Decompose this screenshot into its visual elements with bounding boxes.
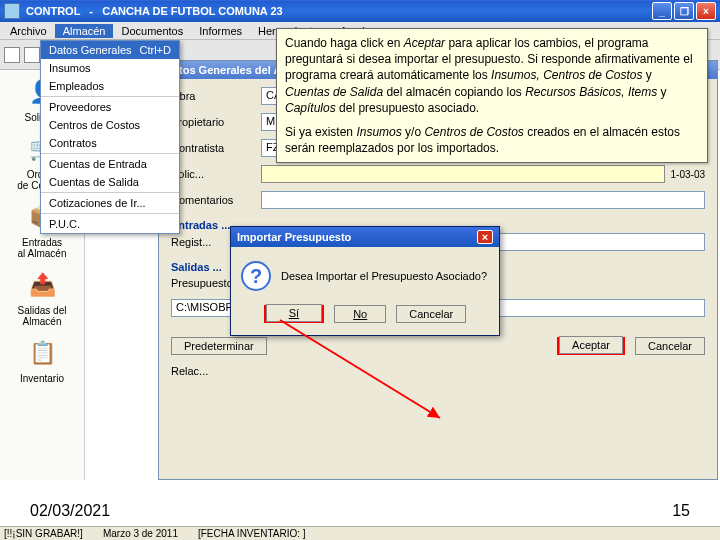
solic-label: Solic... [171, 168, 261, 180]
dialog-cancelar-button[interactable]: Cancelar [396, 305, 466, 323]
predeterminar-button[interactable]: Predeterminar [171, 337, 267, 355]
status-bar: [!!¡SIN GRABAR!] Marzo 3 de 2011 [FECHA … [0, 526, 720, 540]
aceptar-button[interactable]: Aceptar [559, 336, 623, 354]
dialog-title-text: Importar Presupuesto [237, 231, 351, 243]
menu-item-cotizaciones[interactable]: Cotizaciones de Ir... [41, 194, 179, 212]
inventory-icon: 📋 [24, 335, 60, 371]
footer-date: 02/03/2021 [30, 502, 110, 520]
question-icon: ? [241, 261, 271, 291]
menu-item-puc[interactable]: P.U.C. [41, 215, 179, 233]
dialog-titlebar: Importar Presupuesto × [231, 227, 499, 247]
status-inventario: [FECHA INVENTARIO: ] [198, 528, 306, 539]
toolbar-icon-2[interactable] [24, 47, 40, 63]
menu-archivo[interactable]: Archivo [2, 24, 55, 38]
cancelar-button[interactable]: Cancelar [635, 337, 705, 355]
comentarios-label: Comentarios [171, 194, 261, 206]
status-unsaved: [!!¡SIN GRABAR!] [4, 528, 83, 539]
menu-item-cuentas-salida[interactable]: Cuentas de Salida [41, 173, 179, 191]
status-fecha: Marzo 3 de 2011 [103, 528, 178, 539]
solic-field[interactable] [261, 165, 665, 183]
comentarios-input[interactable] [261, 191, 705, 209]
app-icon [4, 3, 20, 19]
menu-item-empleados[interactable]: Empleados [41, 77, 179, 95]
menu-item-centros-costos[interactable]: Centros de Costos [41, 116, 179, 134]
menu-item-datos-generales[interactable]: Datos GeneralesCtrl+D [41, 41, 179, 59]
menu-item-proveedores[interactable]: Proveedores [41, 98, 179, 116]
dialog-no-button[interactable]: No [334, 305, 386, 323]
dialog-close-icon[interactable]: × [477, 230, 493, 244]
minimize-button[interactable]: _ [652, 2, 672, 20]
nav-salidas[interactable]: 📤Salidas del Almacén [2, 267, 82, 327]
menu-documentos[interactable]: Documentos [113, 24, 191, 38]
propietario-label: Propietario [171, 116, 261, 128]
menu-item-insumos[interactable]: Insumos [41, 59, 179, 77]
close-button[interactable]: × [696, 2, 716, 20]
restore-button[interactable]: ❐ [674, 2, 694, 20]
importar-presupuesto-dialog: Importar Presupuesto × ? Desea Importar … [230, 226, 500, 336]
window-title: CONTROL - CANCHA DE FUTBOL COMUNA 23 [24, 5, 650, 17]
contratista-label: Contratista [171, 142, 261, 154]
dialog-si-button[interactable]: Sí [266, 304, 322, 322]
menu-informes[interactable]: Informes [191, 24, 250, 38]
toolbar-icon-1[interactable] [4, 47, 20, 63]
nav-inventario[interactable]: 📋Inventario [2, 335, 82, 384]
footer-page: 15 [672, 502, 690, 520]
menu-item-cuentas-entrada[interactable]: Cuentas de Entrada [41, 155, 179, 173]
menu-almacen[interactable]: Almacén [55, 24, 114, 38]
relac-label: Relac... [171, 365, 705, 377]
box-out-icon: 📤 [24, 267, 60, 303]
extra-date: 1-03-03 [671, 169, 705, 180]
help-callout: Cuando haga click en Aceptar para aplica… [276, 28, 708, 163]
obra-label: Obra [171, 90, 261, 102]
window-titlebar: CONTROL - CANCHA DE FUTBOL COMUNA 23 _ ❐… [0, 0, 720, 22]
dialog-message: Desea Importar el Presupuesto Asociado? [281, 270, 487, 282]
menu-item-contratos[interactable]: Contratos [41, 134, 179, 152]
almacen-dropdown: Datos GeneralesCtrl+D Insumos Empleados … [40, 40, 180, 234]
